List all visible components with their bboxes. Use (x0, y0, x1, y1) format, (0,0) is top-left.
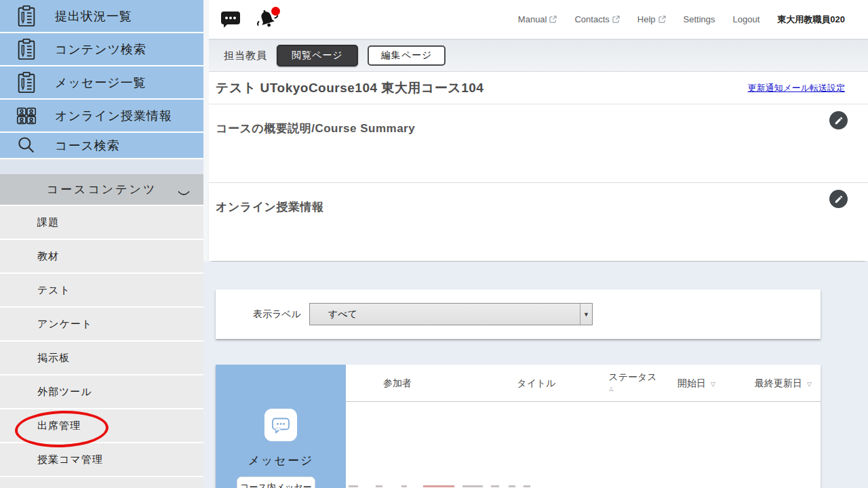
app-window: 提出状況一覧 コンテンツ検索 メッセージ一覧 (0, 0, 868, 488)
link-label: Logout (733, 14, 760, 24)
message-category-panel[interactable]: メッセージ コース内メッセー (216, 365, 346, 488)
speech-bubble-icon (220, 10, 241, 29)
select-arrow-icon: ▼ (580, 304, 592, 325)
display-label-filter-card: 表示ラベル すべて ▼ (216, 289, 821, 339)
table-body-empty (346, 402, 821, 487)
sidebar-item-partial (0, 477, 203, 488)
pencil-icon (834, 116, 844, 125)
tab-strip: 担当教員 閲覧ページ 編集ページ (209, 39, 868, 72)
manual-link[interactable]: Manual (518, 14, 557, 24)
column-label: 開始日 (677, 378, 706, 388)
sidebar: 提出状況一覧 コンテンツ検索 メッセージ一覧 (0, 0, 203, 488)
message-bubble-tile (264, 409, 297, 441)
sidebar-item-online-class-info[interactable]: オンライン授業情報 (0, 100, 203, 131)
column-header-start-date[interactable]: 開始日 ▽ (677, 378, 715, 390)
sidebar-item-label: メッセージ一覧 (55, 75, 146, 91)
topbar: Manual Contacts Help Settings Logout 東 (209, 0, 868, 39)
message-bubble-icon (271, 416, 291, 434)
column-header-title[interactable]: タイトル (517, 378, 555, 390)
online-class-info-section: オンライン授業情報 (209, 183, 868, 261)
logout-link[interactable]: Logout (733, 14, 760, 24)
course-summary-section: コースの概要説明/Course Summary (209, 104, 868, 183)
external-link-icon (549, 16, 557, 23)
column-label: 参加者 (383, 378, 412, 388)
sidebar-item-content-search[interactable]: コンテンツ検索 (0, 33, 203, 65)
column-header-participants[interactable]: 参加者 (383, 378, 412, 390)
settings-link[interactable]: Settings (684, 14, 715, 24)
notification-badge (271, 7, 280, 16)
messages-button[interactable] (216, 4, 245, 35)
role-label: 担当教員 (224, 49, 267, 62)
tab-edit-page[interactable]: 編集ページ (368, 45, 446, 66)
clipboard-icon (14, 37, 39, 62)
sidebar-item-label: オンライン授業情報 (55, 108, 172, 124)
sidebar-item-course-search[interactable]: コース検索 (0, 133, 203, 158)
pencil-icon (834, 195, 844, 204)
column-label: ステータス (608, 371, 656, 382)
sort-asc-icon[interactable]: △ (609, 386, 656, 392)
course-contents-list: 課題 教材 テスト アンケート 掲示板 外部ツール 出席管理 授業コマ管理 (0, 206, 203, 488)
messages-table: 参加者 タイトル ステータス △ 開始日 ▽ (346, 365, 821, 488)
section-header-label: コースコンテンツ (47, 182, 157, 197)
edit-course-summary-button[interactable] (829, 111, 848, 129)
sidebar-item-label: コンテンツ検索 (55, 41, 146, 58)
sidebar-item-message-list[interactable]: メッセージ一覧 (0, 66, 203, 98)
help-link[interactable]: Help (637, 14, 666, 24)
sidebar-item-external-tools[interactable]: 外部ツール (0, 375, 203, 408)
update-mail-settings-link[interactable]: 更新通知メール転送設定 (747, 82, 845, 94)
sort-desc-icon[interactable]: ▽ (711, 381, 715, 388)
search-icon (14, 134, 39, 158)
content-lower-area: 表示ラベル すべて ▼ メッセージ (203, 262, 868, 488)
clipboard-icon (14, 4, 39, 28)
column-header-last-updated[interactable]: 最終更新日 ▽ (755, 378, 812, 390)
message-panel-title: メッセージ (216, 453, 346, 468)
username: 東大用教職員020 (777, 14, 845, 26)
topbar-links: Manual Contacts Help Settings Logout 東 (518, 14, 868, 26)
display-label-select[interactable]: すべて ▼ (309, 303, 593, 325)
display-label-caption: 表示ラベル (253, 308, 301, 321)
messages-table-card: メッセージ コース内メッセー 参加者 タイトル ステータス △ (216, 365, 821, 488)
sidebar-item-tests[interactable]: テスト (0, 274, 203, 306)
meeting-grid-icon (14, 104, 39, 128)
page-title: テスト UTokyoCourse104 東大用コース104 (216, 79, 484, 97)
contacts-link[interactable]: Contacts (574, 14, 619, 24)
external-link-icon (612, 16, 620, 23)
sidebar-item-bulletin-board[interactable]: 掲示板 (0, 342, 203, 374)
link-label: Settings (684, 14, 715, 24)
sidebar-item-assignments[interactable]: 課題 (0, 206, 203, 239)
section-title: オンライン授業情報 (209, 183, 868, 215)
external-link-icon (658, 16, 666, 23)
sidebar-item-submission-status[interactable]: 提出状況一覧 (0, 0, 203, 32)
clipboard-icon (14, 70, 39, 95)
sidebar-divider (0, 159, 203, 174)
column-label: タイトル (517, 378, 555, 388)
sidebar-item-surveys[interactable]: アンケート (0, 308, 203, 340)
link-label: Manual (518, 14, 547, 24)
sidebar-item-label: コース検索 (55, 138, 120, 154)
link-label: Contacts (574, 14, 609, 24)
sidebar-item-materials[interactable]: 教材 (0, 240, 203, 272)
sidebar-item-label: 提出状況一覧 (55, 8, 132, 24)
sidebar-section-course-contents[interactable]: コースコンテンツ (0, 174, 203, 205)
sort-desc-icon[interactable]: ▽ (807, 381, 812, 388)
link-label: Help (637, 14, 656, 24)
column-header-status[interactable]: ステータス △ (608, 371, 656, 392)
column-label: 最終更新日 (755, 378, 802, 388)
clipped-text-row (349, 485, 633, 487)
edit-online-class-info-button[interactable] (829, 190, 848, 208)
notifications-button[interactable] (252, 4, 282, 35)
section-title: コースの概要説明/Course Summary (209, 104, 868, 136)
selected-option: すべて (310, 308, 580, 321)
course-message-button[interactable]: コース内メッセー (237, 476, 315, 488)
title-bar: テスト UTokyoCourse104 東大用コース104 更新通知メール転送設… (209, 72, 868, 104)
chevron-down-icon (178, 188, 190, 200)
sidebar-item-class-slot-management[interactable]: 授業コマ管理 (0, 443, 203, 476)
main-area: Manual Contacts Help Settings Logout 東 (203, 0, 868, 488)
sidebar-item-attendance[interactable]: 出席管理 (0, 409, 203, 442)
table-header-row: 参加者 タイトル ステータス △ 開始日 ▽ (346, 365, 821, 402)
tab-view-page[interactable]: 閲覧ページ (277, 45, 358, 66)
